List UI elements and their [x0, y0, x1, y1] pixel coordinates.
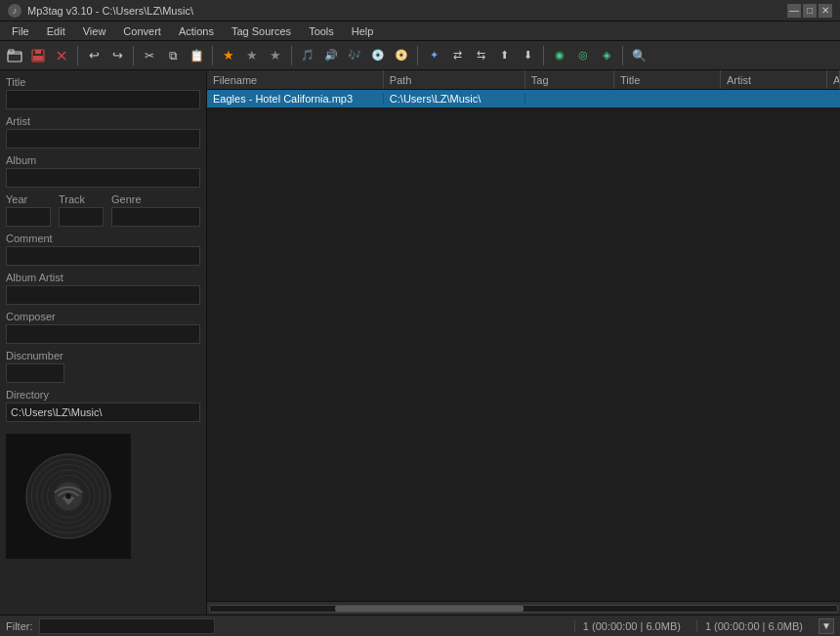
- year-field[interactable]: [6, 207, 51, 227]
- svg-point-14: [65, 493, 70, 498]
- composer-field[interactable]: [6, 324, 200, 344]
- amazon-btn[interactable]: 📀: [391, 45, 412, 66]
- menu-convert[interactable]: Convert: [115, 23, 169, 39]
- album-artist-group: Album Artist: [6, 272, 200, 305]
- status-bar: Filter: 1 (00:00:00 | 6.0MB) 1 (00:00:00…: [0, 615, 840, 636]
- export-btn[interactable]: ⬆: [493, 45, 515, 66]
- directory-field[interactable]: C:\Users\LZ\Music\: [6, 403, 200, 422]
- toolbar-sep2: [133, 46, 134, 65]
- year-track-genre-group: Year Track Genre: [6, 193, 200, 227]
- horizontal-scrollbar[interactable]: [207, 601, 840, 615]
- h-scroll-thumb[interactable]: [335, 606, 524, 612]
- paste-btn[interactable]: 📋: [186, 45, 207, 66]
- genre-field[interactable]: [111, 207, 200, 227]
- minimize-button[interactable]: —: [787, 4, 801, 18]
- col-header-filename[interactable]: Filename: [207, 70, 384, 89]
- album-art[interactable]: [6, 434, 131, 559]
- toolbar: ↩ ↪ ✂ ⧉ 📋 ★ ★ ★ 🎵 🔊 🎶 💿 📀 ✦ ⇄ ⇆ ⬆ ⬇ ◉ ◎ …: [0, 41, 840, 70]
- close-button[interactable]: ✕: [819, 4, 832, 18]
- discnumber-group: Discnumber: [6, 350, 200, 383]
- menu-actions[interactable]: Actions: [171, 23, 222, 39]
- menu-help[interactable]: Help: [344, 23, 382, 39]
- rename-btn[interactable]: ⇄: [446, 45, 468, 66]
- artist-field[interactable]: [6, 129, 200, 148]
- title-bar-text: Mp3tag v3.10 - C:\Users\LZ\Music\: [27, 5, 193, 17]
- right-panel: Filename Path Tag Title Artist Album Art…: [207, 70, 840, 615]
- genre-group: Genre: [111, 193, 200, 227]
- musicbrainz-btn[interactable]: 🎶: [344, 45, 365, 66]
- cell-path: C:\Users\LZ\Music\: [384, 93, 525, 105]
- status-left: Filter:: [6, 618, 215, 634]
- star2-btn[interactable]: ★: [241, 45, 263, 66]
- menu-bar: File Edit View Convert Actions Tag Sourc…: [0, 21, 840, 41]
- toolbar-sep6: [543, 46, 544, 65]
- track-label: Track: [59, 193, 107, 205]
- auto-tag-btn[interactable]: ✦: [423, 45, 444, 66]
- album-artist-label: Album Artist: [6, 272, 200, 283]
- vinyl-image: [24, 452, 112, 540]
- album-field[interactable]: [6, 168, 200, 188]
- maximize-button[interactable]: □: [803, 4, 817, 18]
- comment-label: Comment: [6, 233, 200, 244]
- col-header-album-artist[interactable]: Album Artist: [827, 70, 840, 89]
- status-right: 1 (00:00:00 | 6.0MB) 1 (00:00:00 | 6.0MB…: [574, 618, 834, 634]
- track-group: Track: [59, 193, 107, 227]
- filter-label: Filter:: [6, 620, 33, 632]
- toolbar-sep7: [622, 46, 623, 65]
- discnumber-label: Discnumber: [6, 350, 200, 361]
- open-folder-btn[interactable]: [4, 45, 25, 66]
- freedb-btn[interactable]: 🔊: [320, 45, 342, 66]
- cut-btn[interactable]: ✂: [139, 45, 160, 66]
- copy-btn[interactable]: ⧉: [162, 45, 184, 66]
- import-btn[interactable]: ⬇: [517, 45, 538, 66]
- year-label: Year: [6, 193, 55, 205]
- col-header-path[interactable]: Path: [384, 70, 525, 89]
- redo-btn[interactable]: ↪: [106, 45, 128, 66]
- extra1-btn[interactable]: ◉: [549, 45, 570, 66]
- toolbar-sep3: [212, 46, 213, 65]
- menu-tag-sources[interactable]: Tag Sources: [224, 23, 299, 39]
- status-info-2: 1 (00:00:00 | 6.0MB): [696, 620, 811, 632]
- menu-view[interactable]: View: [75, 23, 114, 39]
- comment-group: Comment: [6, 233, 200, 266]
- h-scroll-track[interactable]: [209, 605, 838, 613]
- col-header-artist[interactable]: Artist: [721, 70, 827, 89]
- extra3-btn[interactable]: ◈: [596, 45, 617, 66]
- composer-group: Composer: [6, 311, 200, 344]
- undo-btn[interactable]: ↩: [83, 45, 105, 66]
- star1-btn[interactable]: ★: [218, 45, 239, 66]
- tag-from-filename-btn[interactable]: ⇆: [470, 45, 491, 66]
- table-row[interactable]: Eagles - Hotel California.mp3 C:\Users\L…: [207, 90, 840, 107]
- file-list-header: Filename Path Tag Title Artist Album Art…: [207, 70, 840, 90]
- status-arrow-down-btn[interactable]: ▼: [819, 618, 834, 634]
- artist-group: Artist: [6, 115, 200, 148]
- app-icon: ♪: [8, 4, 21, 18]
- star3-btn[interactable]: ★: [265, 45, 286, 66]
- toolbar-sep5: [417, 46, 418, 65]
- file-list-body: Eagles - Hotel California.mp3 C:\Users\L…: [207, 90, 840, 601]
- left-panel: Title Artist Album Year: [0, 70, 207, 615]
- menu-tools[interactable]: Tools: [301, 23, 342, 39]
- discogs-btn[interactable]: 💿: [367, 45, 389, 66]
- artist-label: Artist: [6, 115, 200, 127]
- col-header-title[interactable]: Title: [614, 70, 721, 89]
- genre-label: Genre: [111, 193, 200, 205]
- status-info-1: 1 (00:00:00 | 6.0MB): [574, 620, 689, 632]
- svg-rect-4: [33, 56, 43, 61]
- extra2-btn[interactable]: ◎: [572, 45, 594, 66]
- menu-edit[interactable]: Edit: [39, 23, 73, 39]
- album-group: Album: [6, 154, 200, 188]
- search-btn[interactable]: 🔍: [628, 45, 650, 66]
- tag-web-btn[interactable]: 🎵: [297, 45, 318, 66]
- col-header-tag[interactable]: Tag: [525, 70, 614, 89]
- filter-input[interactable]: [39, 618, 215, 634]
- title-field[interactable]: [6, 90, 200, 109]
- menu-file[interactable]: File: [4, 23, 37, 39]
- save-btn[interactable]: [27, 45, 49, 66]
- remove-btn[interactable]: [51, 45, 72, 66]
- track-field[interactable]: [59, 207, 104, 227]
- comment-field[interactable]: [6, 246, 200, 266]
- discnumber-field[interactable]: [6, 363, 64, 383]
- main-area: Title Artist Album Year: [0, 70, 840, 615]
- album-artist-field[interactable]: [6, 285, 200, 305]
